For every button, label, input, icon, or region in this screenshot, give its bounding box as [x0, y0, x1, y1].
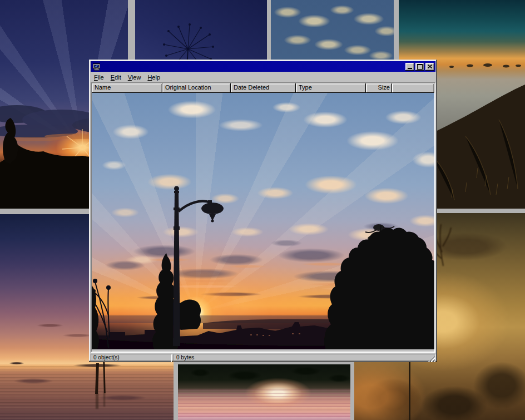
menu-view[interactable]: View [125, 73, 145, 82]
status-objects: 0 object(s) [91, 354, 172, 362]
column-header-date-deleted[interactable]: Date Deleted [231, 83, 296, 93]
column-header-row: Name Original Location Date Deleted Type… [92, 83, 434, 93]
photo-silhouettes [92, 93, 434, 349]
menu-help[interactable]: Help [144, 73, 164, 82]
pink-ripples [178, 389, 350, 420]
maximize-icon [417, 64, 423, 70]
post-reflection [103, 392, 105, 407]
menu-edit[interactable]: Edit [107, 73, 125, 82]
menu-file[interactable]: File [91, 73, 107, 82]
menu-bar: File Edit View Help [91, 72, 435, 82]
minimize-icon [408, 68, 412, 69]
column-header-size[interactable]: Size [366, 83, 392, 93]
recycle-bin-window: File Edit View Help Name Original Locati… [89, 60, 437, 362]
water-ripples [0, 365, 174, 420]
list-view-photo-background[interactable] [92, 93, 434, 349]
close-button[interactable] [425, 63, 434, 71]
column-header-name[interactable]: Name [92, 83, 162, 93]
minimize-button[interactable] [405, 63, 414, 71]
wallpaper-tile-water-reflection [178, 364, 350, 420]
post-reflection [96, 393, 98, 409]
close-icon [428, 65, 432, 68]
window-titlebar[interactable] [91, 61, 435, 72]
desktop: File Edit View Help Name Original Locati… [0, 0, 525, 420]
column-header-filler [392, 83, 434, 93]
window-controls [404, 63, 434, 71]
blurred-post [409, 359, 410, 420]
column-header-type[interactable]: Type [296, 83, 366, 93]
computer-icon [92, 62, 101, 71]
status-size: 0 bytes [174, 354, 435, 362]
status-bar: 0 object(s) 0 bytes [91, 354, 435, 362]
column-header-original-location[interactable]: Original Location [162, 83, 231, 93]
file-list-view: Name Original Location Date Deleted Type… [91, 82, 435, 353]
maximize-button[interactable] [415, 63, 424, 71]
